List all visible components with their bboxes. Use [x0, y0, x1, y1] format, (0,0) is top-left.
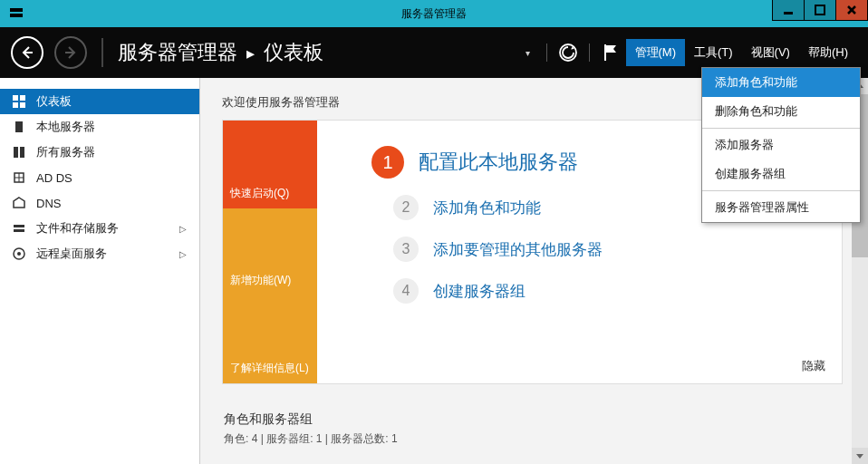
sidebar-item-all-servers[interactable]: 所有服务器 [0, 140, 199, 165]
remote-icon [11, 246, 27, 262]
whatsnew-strip[interactable]: 新增功能(W) [223, 208, 317, 296]
sidebar-item-label: DNS [36, 197, 61, 210]
task-label: 添加要管理的其他服务器 [433, 239, 603, 260]
quickstart-strip[interactable]: 快速启动(Q) [223, 121, 317, 208]
task-add-servers[interactable]: 3 添加要管理的其他服务器 [393, 237, 824, 262]
breadcrumb-app: 服务器管理器 [118, 39, 237, 66]
svg-rect-13 [20, 102, 25, 108]
sidebar-item-label: 文件和存储服务 [36, 220, 119, 237]
titlebar: 服务器管理器 [0, 0, 868, 27]
task-create-group[interactable]: 4 创建服务器组 [393, 278, 824, 304]
sidebar: 仪表板 本地服务器 所有服务器 AD DS DNS 文件和存储服务 ▷ 远程桌面… [0, 78, 200, 464]
minimize-button[interactable] [772, 0, 805, 21]
task-label: 创建服务器组 [433, 281, 526, 302]
adds-icon [11, 169, 27, 186]
task-label: 添加角色和功能 [433, 198, 541, 218]
sidebar-item-dashboard[interactable]: 仪表板 [0, 89, 199, 114]
svg-rect-14 [15, 121, 23, 132]
task-label: 配置此本地服务器 [419, 149, 578, 176]
menu-tools[interactable]: 工具(T) [685, 39, 742, 66]
hide-link[interactable]: 隐藏 [802, 358, 825, 374]
nav-forward-button [54, 36, 87, 69]
breadcrumb-dropdown-icon[interactable]: ▾ [522, 48, 534, 58]
header-divider [589, 44, 590, 62]
menu-separator [702, 190, 860, 191]
strip-label: 了解详细信息(L) [230, 361, 309, 376]
sidebar-item-label: 仪表板 [36, 93, 72, 110]
storage-icon [11, 220, 27, 237]
menu-add-servers[interactable]: 添加服务器 [702, 130, 860, 160]
maximize-button[interactable] [804, 0, 836, 21]
menu-separator [702, 128, 860, 129]
svg-marker-20 [14, 198, 24, 208]
sidebar-item-adds[interactable]: AD DS [0, 165, 199, 190]
chevron-right-icon: ▷ [179, 224, 187, 234]
sidebar-item-file-storage[interactable]: 文件和存储服务 ▷ [0, 216, 199, 241]
close-button[interactable] [835, 0, 868, 21]
step-number-3: 3 [393, 237, 419, 262]
sidebar-item-label: 本地服务器 [36, 119, 95, 135]
svg-rect-3 [815, 5, 825, 14]
nav-back-button[interactable] [11, 36, 43, 69]
menu-view[interactable]: 视图(V) [742, 39, 799, 66]
svg-rect-16 [20, 147, 24, 158]
breadcrumb: 服务器管理器 ▸ 仪表板 [118, 39, 323, 66]
sidebar-item-local-server[interactable]: 本地服务器 [0, 114, 199, 140]
learnmore-strip[interactable]: 了解详细信息(L) [223, 295, 317, 383]
header-separator [101, 38, 103, 67]
menu-properties[interactable]: 服务器管理器属性 [702, 193, 860, 222]
svg-rect-12 [13, 102, 18, 108]
notifications-flag-icon[interactable] [597, 39, 624, 66]
menu-remove-roles[interactable]: 删除角色和功能 [702, 97, 860, 126]
menu-create-group[interactable]: 创建服务器组 [702, 160, 860, 188]
sidebar-item-remote-desktop[interactable]: 远程桌面服务 ▷ [0, 241, 199, 266]
sidebar-item-label: 远程桌面服务 [36, 246, 107, 262]
breadcrumb-page: 仪表板 [264, 39, 323, 66]
step-number-2: 2 [393, 195, 419, 220]
header-divider [546, 44, 547, 62]
roles-section-title: 角色和服务器组 [224, 411, 868, 428]
step-number-4: 4 [393, 278, 419, 304]
menu-add-roles[interactable]: 添加角色和功能 [702, 68, 860, 97]
servers-icon [11, 144, 27, 160]
svg-rect-15 [14, 147, 18, 158]
sidebar-item-label: AD DS [36, 171, 72, 185]
dns-icon [11, 195, 27, 211]
menu-help[interactable]: 帮助(H) [799, 39, 857, 66]
sidebar-item-label: 所有服务器 [36, 144, 95, 160]
svg-rect-10 [13, 95, 18, 101]
strip-label: 快速启动(Q) [230, 186, 289, 201]
svg-rect-21 [14, 225, 24, 227]
roles-section-subtitle: 角色: 4 | 服务器组: 1 | 服务器总数: 1 [224, 431, 868, 447]
server-icon [11, 119, 27, 135]
chevron-right-icon: ▷ [179, 249, 187, 259]
chevron-right-icon: ▸ [246, 44, 255, 63]
step-number-1: 1 [371, 146, 404, 179]
svg-point-24 [17, 252, 21, 256]
svg-rect-11 [20, 95, 25, 101]
scroll-down-icon[interactable] [852, 448, 868, 464]
window-title: 服务器管理器 [0, 6, 868, 22]
svg-rect-22 [14, 229, 24, 232]
manage-dropdown: 添加角色和功能 删除角色和功能 添加服务器 创建服务器组 服务器管理器属性 [701, 67, 861, 223]
sidebar-item-dns[interactable]: DNS [0, 190, 199, 216]
dashboard-icon [11, 93, 27, 110]
strip-label: 新增功能(W) [230, 273, 291, 288]
svg-rect-2 [784, 12, 793, 14]
menu-manage[interactable]: 管理(M) [626, 39, 686, 66]
refresh-button[interactable] [555, 39, 582, 66]
